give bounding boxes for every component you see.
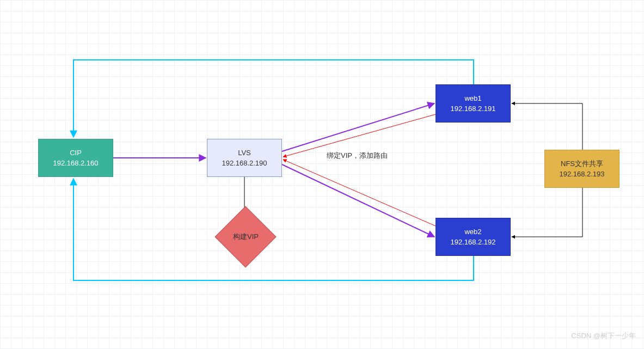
node-web1: web1 192.168.2.191 bbox=[436, 84, 511, 123]
vip-label: 构建VIP bbox=[233, 231, 259, 242]
node-lvs: LVS 192.168.2.190 bbox=[207, 139, 282, 177]
web1-ip: 192.168.2.191 bbox=[450, 103, 495, 114]
nfs-label: NFS文件共享 bbox=[561, 158, 603, 169]
node-web2: web2 192.168.2.192 bbox=[436, 218, 511, 256]
nfs-ip: 192.168.2.193 bbox=[559, 169, 604, 180]
annotation-vip-route: 绑定VIP，添加路由 bbox=[327, 151, 388, 161]
lvs-label: LVS bbox=[238, 148, 251, 158]
edge-lvs-to-web1 bbox=[282, 103, 434, 151]
web2-label: web2 bbox=[464, 226, 481, 237]
edge-web2-to-lvs bbox=[283, 160, 436, 226]
edge-web1-to-cip bbox=[73, 60, 474, 137]
edge-nfs-to-web1 bbox=[512, 103, 582, 150]
cip-ip: 192.168.2.160 bbox=[53, 158, 98, 169]
node-vip: 构建VIP bbox=[214, 206, 276, 267]
web1-label: web1 bbox=[464, 93, 481, 104]
web2-ip: 192.168.2.192 bbox=[450, 237, 495, 248]
edge-web2-to-cip bbox=[73, 179, 474, 280]
lvs-ip: 192.168.2.190 bbox=[222, 158, 267, 169]
node-cip: CIP 192.168.2.160 bbox=[38, 139, 113, 177]
edge-lvs-to-web2 bbox=[282, 164, 434, 237]
cip-label: CIP bbox=[70, 148, 82, 158]
watermark: CSDN @树下一少年 bbox=[571, 331, 636, 341]
node-nfs: NFS文件共享 192.168.2.193 bbox=[544, 150, 620, 188]
edge-nfs-to-web2 bbox=[512, 188, 582, 237]
